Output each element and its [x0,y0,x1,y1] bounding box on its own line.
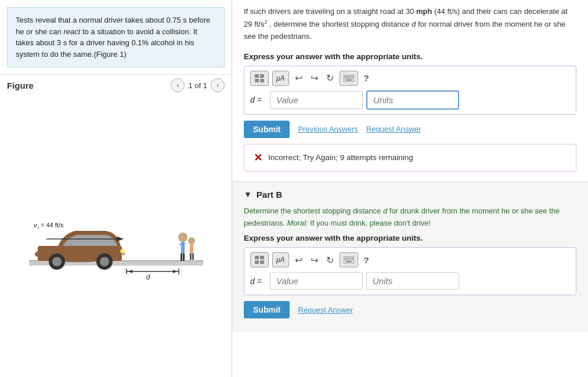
part-b-title: Part B [257,190,282,200]
svg-point-14 [178,233,187,242]
toolbar-a: μA ↩ ↪ ↻ ? [250,71,570,86]
info-box: Tests reveal that a normal driver takes … [7,7,225,67]
svg-rect-59 [352,259,353,260]
collapse-arrow[interactable]: ▼ [244,190,252,199]
action-row-a: Submit Previous Answers Request Answer [244,121,576,138]
svg-rect-56 [347,259,348,260]
figure-svg: v i = 44 ft/s [17,186,215,287]
part-b-description: Determine the shortest stopping distance… [244,205,576,230]
right-panel: If such drivers are traveling on a strai… [232,0,588,377]
value-input-a[interactable] [270,91,363,109]
next-figure-button[interactable]: › [211,78,225,92]
svg-rect-43 [352,78,353,79]
value-input-b[interactable] [270,272,363,290]
keyboard-button-b[interactable] [340,252,358,267]
svg-rect-30 [260,74,264,78]
svg-point-7 [100,257,109,266]
svg-point-5 [52,257,62,266]
d-label-b: d = [250,277,266,286]
request-answer-button-a[interactable]: Request Answer [366,125,421,133]
svg-rect-32 [260,79,264,82]
action-row-b: Submit Request Answer [244,301,576,318]
redo-button-a[interactable]: ↪ [308,71,320,85]
svg-rect-9 [121,253,125,255]
svg-rect-21 [190,253,192,260]
toolbar-b: μA ↩ ↪ ↻ [250,252,570,267]
svg-rect-39 [345,78,346,79]
figure-header: Figure ‹ 1 of 1 › [0,74,232,96]
answer-box-a: μA ↩ ↪ ↻ ? [244,66,576,115]
svg-rect-53 [350,258,351,259]
help-button-a[interactable]: ? [362,72,371,84]
keyboard-button-a[interactable] [340,71,358,86]
matrix-button-b[interactable] [250,252,269,267]
svg-rect-29 [255,74,259,78]
prev-answers-button[interactable]: Previous Answers [298,125,358,133]
error-icon: ✕ [254,151,262,164]
svg-rect-52 [348,258,349,259]
error-box: ✕ Incorrect; Try Again; 9 attempts remai… [244,144,576,172]
submit-button-a[interactable]: Submit [244,121,290,138]
svg-rect-37 [350,76,351,77]
react-italic: react [63,27,80,36]
error-text: Incorrect; Try Again; 9 attempts remaini… [268,153,413,162]
figure-page: 1 of 1 [188,81,207,90]
help-button-b[interactable]: ? [362,254,371,266]
svg-rect-20 [190,244,193,253]
mu-button-b[interactable]: μA [272,252,289,267]
request-answer-button-b[interactable]: Request Answer [298,306,353,314]
express-label-a: Express your answer with the appropriate… [244,52,576,61]
svg-rect-60 [346,261,352,262]
refresh-button-a[interactable]: ↻ [324,71,336,85]
svg-point-19 [188,237,195,244]
svg-rect-22 [192,253,194,260]
svg-rect-17 [181,253,182,261]
svg-rect-44 [346,79,352,81]
svg-rect-42 [350,78,351,79]
d-label-a: d = [250,95,266,104]
svg-text:v: v [34,222,38,229]
svg-rect-47 [255,260,259,264]
svg-rect-41 [348,78,349,79]
svg-rect-46 [260,256,264,259]
express-label-b: Express your answer with the appropriate… [244,234,576,242]
figure-section: Figure ‹ 1 of 1 › [0,74,232,377]
svg-rect-58 [350,259,351,260]
svg-rect-35 [347,76,348,77]
svg-rect-57 [348,259,349,260]
units-input-a[interactable] [366,90,459,110]
svg-rect-36 [348,76,349,77]
left-panel: Tests reveal that a normal driver takes … [0,0,232,377]
svg-rect-51 [347,258,348,259]
undo-button-b[interactable]: ↩ [293,253,305,267]
svg-rect-8 [120,249,125,253]
svg-rect-54 [352,258,353,259]
figure-title: Figure [7,81,34,90]
svg-rect-55 [345,259,346,260]
svg-text:i: i [38,225,39,230]
svg-marker-26 [128,270,132,273]
undo-button-a[interactable]: ↩ [293,71,305,85]
submit-button-b[interactable]: Submit [244,301,290,318]
refresh-button-b[interactable]: ↻ [324,253,336,267]
keyboard-icon-a [344,75,354,82]
svg-rect-18 [183,253,185,261]
svg-text:= 44 ft/s: = 44 ft/s [41,222,64,229]
info-text: Tests reveal that a normal driver takes … [16,16,210,59]
svg-rect-34 [345,76,346,77]
redo-button-b[interactable]: ↪ [308,253,320,267]
matrix-button-a[interactable] [250,71,269,86]
part-b-section: ▼ Part B Determine the shortest stopping… [232,181,588,333]
svg-marker-27 [173,270,177,273]
mu-button-a[interactable]: μA [272,71,289,86]
svg-rect-48 [260,260,264,264]
figure-nav: ‹ 1 of 1 › [171,78,225,92]
figure-image-area: v i = 44 ft/s [0,96,232,377]
units-input-b[interactable] [366,272,459,290]
svg-text:d: d [146,273,150,281]
part-b-header: ▼ Part B [244,190,576,200]
svg-rect-45 [255,256,259,259]
input-row-b: d = [250,272,570,290]
prev-figure-button[interactable]: ‹ [171,78,185,92]
intro-text: If such drivers are traveling on a strai… [244,0,576,48]
